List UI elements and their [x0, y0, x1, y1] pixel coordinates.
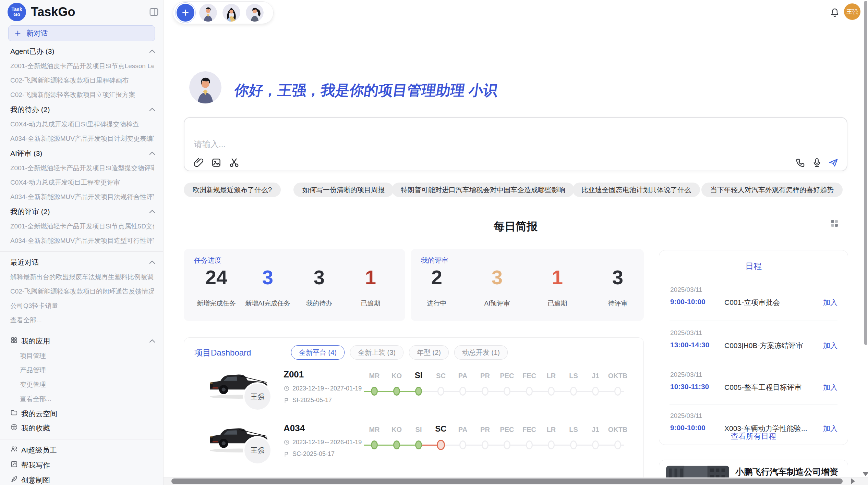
project-name[interactable]: A034 [284, 423, 305, 434]
join-link[interactable]: 加入 [823, 383, 837, 392]
sidebar-item-ai-super-staff[interactable]: AI超级员工 [21, 445, 57, 455]
scissors-icon[interactable] [229, 158, 239, 168]
suggestion-chip[interactable]: 欧洲新规最近颁布了什么? [184, 183, 281, 197]
chevron-up-icon[interactable] [148, 337, 156, 345]
sidebar-item-cloud-space[interactable]: 我的云空间 [21, 409, 57, 419]
milestone-dot-done[interactable] [415, 440, 422, 449]
list-item[interactable]: C02-飞腾新能源轻客改款项目的闭环通告反馈情况 [10, 287, 154, 296]
milestone-dot[interactable] [592, 440, 599, 449]
milestone-dot[interactable] [526, 440, 533, 449]
milestone-dot[interactable] [548, 387, 555, 396]
send-icon[interactable] [828, 158, 839, 168]
schedule-event-title: C003|H0B-方案冻结评审 [724, 341, 803, 350]
milestone-dot-done[interactable] [371, 440, 378, 449]
list-item[interactable]: 公司Q3轻卡销量 [10, 301, 154, 310]
stat-value: 3 [240, 268, 295, 287]
section-ai-review[interactable]: AI评审 (3) [10, 149, 42, 158]
milestone-dot-current[interactable] [437, 440, 445, 450]
tab-all-new-platform[interactable]: 全新平台 (4) [291, 345, 345, 360]
schedule-date: 2025/03/11 [670, 329, 702, 337]
sidebar-collapse-icon[interactable] [149, 7, 159, 17]
bell-icon[interactable] [830, 8, 840, 18]
milestone-dot[interactable] [459, 440, 466, 449]
phone-icon[interactable] [795, 158, 806, 168]
new-chat-button[interactable]: 新对话 [8, 25, 155, 41]
milestone-dot[interactable] [526, 387, 533, 396]
list-item[interactable]: 解释最新出台的欧盟报废车法规再生塑料比例被调至15%... [10, 273, 154, 282]
view-all-schedule-link[interactable]: 查看所有日程 [659, 431, 848, 442]
milestone-dot[interactable] [482, 440, 489, 449]
avatar[interactable] [199, 4, 217, 22]
milestone-dot-done[interactable] [371, 387, 378, 396]
project-name[interactable]: Z001 [284, 369, 304, 380]
suggestion-chip[interactable]: 特朗普可能对进口汽车增税会对中国车企造成哪些影响 [392, 183, 574, 197]
milestone-dot[interactable] [570, 440, 577, 449]
list-item[interactable]: A034-全新新能源MUV产品开发项目造型可行性评审 [10, 236, 154, 245]
chevron-up-icon[interactable] [148, 149, 156, 158]
section-my-todo[interactable]: 我的待办 (2) [10, 105, 50, 114]
sidebar-item-project-mgmt[interactable]: 项目管理 [20, 351, 164, 360]
milestone-dot-current[interactable] [415, 387, 422, 396]
horizontal-scrollbar[interactable] [171, 478, 843, 484]
suggestion-chip[interactable]: 比亚迪全固态电池计划具体说了什么 [572, 183, 700, 197]
join-link[interactable]: 加入 [823, 341, 837, 350]
avatar[interactable] [246, 4, 264, 22]
sidebar-item-creative-drawing[interactable]: 创意制图 [21, 475, 50, 485]
project-dates: 2023-12-19～2027-01-19 [284, 384, 362, 393]
vertical-scrollbar[interactable] [864, 1, 867, 345]
chevron-up-icon[interactable] [148, 258, 156, 266]
milestone-dot[interactable] [504, 440, 510, 449]
milestone-dot[interactable] [482, 387, 489, 396]
section-agent-done[interactable]: Agent已办 (3) [10, 47, 54, 56]
suggestion-chip[interactable]: 当下年轻人对汽车外观有怎样的喜好趋势 [701, 183, 843, 197]
milestone-dot[interactable] [504, 387, 510, 396]
sidebar-item-favorites[interactable]: 我的收藏 [21, 423, 50, 433]
microphone-icon[interactable] [812, 158, 822, 168]
tab-all-new-body[interactable]: 全新上装 (3) [350, 345, 403, 360]
sidebar-item-change-mgmt[interactable]: 变更管理 [20, 380, 164, 389]
stat-label: 新增完成任务 [189, 299, 244, 308]
chevron-up-icon[interactable] [148, 47, 156, 55]
section-my-review[interactable]: 我的评审 (2) [10, 207, 50, 216]
tab-year-model[interactable]: 年型 (2) [409, 345, 449, 360]
milestone-dot[interactable] [592, 387, 599, 396]
chat-input[interactable] [193, 139, 709, 149]
list-item[interactable]: Z001-全新燃油皮卡产品开发项目SI节点Lesson Learn报告 [10, 62, 154, 71]
layout-grid-icon[interactable] [830, 219, 839, 228]
user-avatar[interactable]: 王强 [844, 3, 860, 20]
scroll-down-arrow[interactable] [863, 472, 868, 476]
milestone-dot[interactable] [614, 387, 621, 396]
scroll-right-arrow[interactable] [851, 478, 855, 484]
add-contact-button[interactable] [177, 4, 194, 22]
recent-view-all[interactable]: 查看全部... [10, 316, 154, 325]
image-icon[interactable] [211, 158, 221, 168]
tab-powertrain-dev[interactable]: 动总开发 (1) [454, 345, 508, 360]
list-item[interactable]: C02-飞腾新能源轻客改款项目立项汇报方案 [10, 90, 154, 99]
milestone-dot-done[interactable] [393, 387, 400, 396]
list-item[interactable]: A034-全新新能源MUV产品开发项目计划变更表编写 [10, 134, 154, 143]
list-item[interactable]: A034-全新新能源MUV产品开发项目法规符合性评审 [10, 192, 154, 201]
list-item[interactable]: Z001-全新燃油轻卡产品开发项目SI节点属性5D文件评审 [10, 222, 154, 231]
milestone-dot[interactable] [570, 387, 577, 396]
chevron-up-icon[interactable] [148, 208, 156, 216]
paperclip-icon[interactable] [193, 158, 204, 168]
chevron-up-icon[interactable] [148, 105, 156, 114]
sidebar-item-my-apps[interactable]: 我的应用 [21, 336, 50, 346]
sidebar-item-product-mgmt[interactable]: 产品管理 [20, 366, 164, 375]
milestone-dot[interactable] [614, 440, 621, 449]
list-item[interactable]: C0X4-动力总成开发项目工程变更评审 [10, 178, 154, 187]
section-recent-chats[interactable]: 最近对话 [10, 258, 39, 267]
join-link[interactable]: 加入 [823, 298, 837, 307]
milestone-dot[interactable] [459, 387, 466, 396]
suggestion-chip[interactable]: 如何写一份清晰的项目周报 [293, 183, 394, 197]
milestone-dot[interactable] [548, 440, 555, 449]
sidebar-item-help-me-write[interactable]: 帮我写作 [21, 460, 50, 470]
avatar[interactable] [222, 4, 240, 22]
stat: 1 已逾期 [343, 249, 398, 308]
list-item[interactable]: C0X4-动力总成开发项目SI里程碑提交物检查 [10, 120, 154, 129]
milestone-dot-done[interactable] [393, 440, 400, 449]
milestone-dot[interactable] [437, 387, 444, 396]
list-item[interactable]: Z001-全新燃油轻卡产品开发项目SI造型提交物评审 [10, 164, 154, 173]
list-item[interactable]: C02-飞腾新能源轻客改款项目里程碑画布 [10, 76, 154, 85]
apps-view-all[interactable]: 查看全部... [20, 395, 164, 403]
